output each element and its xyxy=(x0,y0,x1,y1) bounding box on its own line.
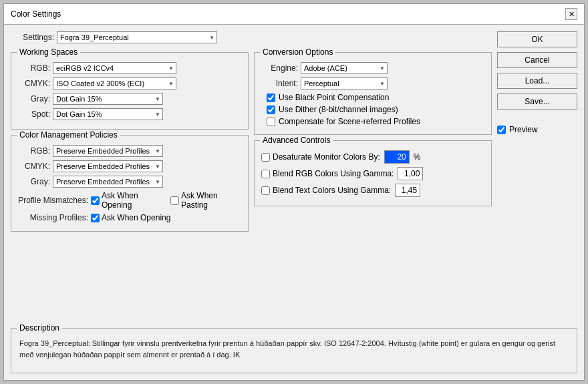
desaturate-checkbox[interactable] xyxy=(261,153,270,162)
conversion-options-group: Conversion Options Engine: Adobe (ACE) xyxy=(254,52,492,135)
engine-select[interactable]: Adobe (ACE) xyxy=(301,62,388,74)
gray-ws-select[interactable]: Dot Gain 15% xyxy=(53,93,163,105)
description-text: Fogra 39_Perceptual: Stillingar fyrir vi… xyxy=(19,335,569,360)
blend-text-label-text: Blend Text Colors Using Gamma: xyxy=(273,186,391,195)
rgb-cm-select-wrap: Preserve Embedded Profiles xyxy=(53,145,163,157)
spot-ws-label: Spot: xyxy=(18,110,50,119)
desaturate-row: Desaturate Monitor Colors By: % xyxy=(261,150,484,164)
desaturate-label[interactable]: Desaturate Monitor Colors By: xyxy=(261,152,380,162)
use-dither-text: Use Dither (8-bit/channel images) xyxy=(279,105,398,114)
missing-profiles-row: Missing Profiles: Ask When Opening xyxy=(18,213,241,222)
content-area: Working Spaces RGB: eciRGB v2 ICCv4 xyxy=(11,52,492,321)
rgb-ws-select[interactable]: eciRGB v2 ICCv4 xyxy=(53,62,176,74)
spacer xyxy=(497,114,577,120)
right-panel: OK Cancel Load... Save... Preview xyxy=(497,31,577,321)
desaturate-unit: % xyxy=(414,152,421,162)
blend-text-label[interactable]: Blend Text Colors Using Gamma: xyxy=(261,186,391,195)
desaturate-input[interactable] xyxy=(384,150,410,164)
ask-when-opening-2-label[interactable]: Ask When Opening xyxy=(91,213,170,222)
cmyk-cm-label: CMYK: xyxy=(18,162,50,171)
conversion-checkboxes: Use Black Point Compensation Use Dither … xyxy=(267,93,484,126)
ask-when-pasting-checkbox[interactable] xyxy=(170,196,179,205)
main-left: Working Spaces RGB: eciRGB v2 ICCv4 xyxy=(11,52,249,321)
dialog-body: Settings: Fogra 39_Perceptual Working Sp… xyxy=(4,25,584,328)
color-management-inner: RGB: Preserve Embedded Profiles CMYK: xyxy=(18,142,241,222)
ask-when-opening-2-checkbox[interactable] xyxy=(91,214,100,222)
engine-select-wrap: Adobe (ACE) xyxy=(301,62,388,74)
use-dither-label[interactable]: Use Dither (8-bit/channel images) xyxy=(267,105,484,114)
cmyk-cm-select-wrap: Preserve Embedded Profiles xyxy=(53,160,163,172)
cmyk-cm-row: CMYK: Preserve Embedded Profiles xyxy=(18,160,241,172)
missing-profiles-label: Missing Profiles: xyxy=(18,213,88,222)
preview-checkbox[interactable] xyxy=(497,126,506,134)
spot-ws-row: Spot: Dot Gain 15% xyxy=(18,108,241,120)
cmyk-ws-label: CMYK: xyxy=(18,79,50,88)
profile-mismatches-label: Profile Mismatches: xyxy=(18,196,88,205)
blend-text-checkbox[interactable] xyxy=(261,186,270,195)
blend-text-input[interactable] xyxy=(395,184,420,197)
color-management-group: Color Management Policies RGB: Preserve … xyxy=(11,135,249,232)
black-point-label[interactable]: Use Black Point Compensation xyxy=(267,93,484,102)
settings-select[interactable]: Fogra 39_Perceptual xyxy=(57,31,217,43)
gray-cm-row: Gray: Preserve Embedded Profiles xyxy=(18,176,241,188)
preview-label[interactable]: Preview xyxy=(497,125,577,134)
settings-select-wrap: Fogra 39_Perceptual xyxy=(57,31,217,43)
rgb-cm-select[interactable]: Preserve Embedded Profiles xyxy=(53,145,163,157)
blend-text-row: Blend Text Colors Using Gamma: xyxy=(261,184,484,197)
advanced-controls-legend: Advanced Controls xyxy=(260,136,333,145)
black-point-text: Use Black Point Compensation xyxy=(279,93,389,102)
color-settings-dialog: Color Settings ✕ Settings: Fogra 39_Perc… xyxy=(3,3,585,381)
preview-text: Preview xyxy=(509,125,538,134)
ask-when-pasting-text: Ask When Pasting xyxy=(181,191,241,210)
description-group: Description Fogra 39_Perceptual: Stillin… xyxy=(11,328,577,373)
gray-cm-label: Gray: xyxy=(18,177,50,186)
ask-when-opening-1-label[interactable]: Ask When Opening xyxy=(91,191,165,210)
blend-rgb-checkbox[interactable] xyxy=(261,170,270,178)
advanced-controls-inner: Desaturate Monitor Colors By: % Blend RG… xyxy=(261,148,484,197)
cmyk-ws-select[interactable]: ISO Coated v2 300% (ECI) xyxy=(53,77,176,89)
profile-mismatches-row: Profile Mismatches: Ask When Opening Ask… xyxy=(18,191,241,210)
cmyk-cm-select[interactable]: Preserve Embedded Profiles xyxy=(53,160,163,172)
intent-select-wrap: Perceptual xyxy=(301,77,388,89)
cmyk-ws-row: CMYK: ISO Coated v2 300% (ECI) xyxy=(18,77,241,89)
compensate-scene-checkbox[interactable] xyxy=(267,118,275,126)
blend-rgb-label[interactable]: Blend RGB Colors Using Gamma: xyxy=(261,169,394,178)
cmyk-ws-select-wrap: ISO Coated v2 300% (ECI) xyxy=(53,77,176,89)
cancel-button[interactable]: Cancel xyxy=(497,52,577,68)
compensate-scene-label[interactable]: Compensate for Scene-referred Profiles xyxy=(267,117,484,126)
intent-label: Intent: xyxy=(261,79,298,88)
ask-when-opening-2-text: Ask When Opening xyxy=(102,213,170,222)
gray-cm-select-wrap: Preserve Embedded Profiles xyxy=(53,176,163,188)
gray-ws-label: Gray: xyxy=(18,94,50,104)
desaturate-label-text: Desaturate Monitor Colors By: xyxy=(273,152,380,162)
rgb-ws-select-wrap: eciRGB v2 ICCv4 xyxy=(53,62,176,74)
description-legend: Description xyxy=(17,323,62,333)
ask-when-pasting-label[interactable]: Ask When Pasting xyxy=(170,191,241,210)
blend-rgb-input[interactable] xyxy=(398,167,423,180)
color-management-legend: Color Management Policies xyxy=(17,130,120,140)
working-spaces-group: Working Spaces RGB: eciRGB v2 ICCv4 xyxy=(11,52,249,130)
dialog-title: Color Settings xyxy=(11,9,61,19)
load-button[interactable]: Load... xyxy=(497,73,577,89)
settings-row: Settings: Fogra 39_Perceptual xyxy=(11,31,492,43)
gray-cm-select[interactable]: Preserve Embedded Profiles xyxy=(53,176,163,188)
blend-rgb-row: Blend RGB Colors Using Gamma: xyxy=(261,167,484,180)
conversion-options-inner: Engine: Adobe (ACE) Intent: xyxy=(261,59,484,126)
rgb-cm-row: RGB: Preserve Embedded Profiles xyxy=(18,145,241,157)
black-point-checkbox[interactable] xyxy=(267,93,275,102)
spot-ws-select[interactable]: Dot Gain 15% xyxy=(53,108,163,120)
ok-button[interactable]: OK xyxy=(497,31,577,47)
save-button[interactable]: Save... xyxy=(497,93,577,110)
advanced-controls-group: Advanced Controls Desaturate Monitor Col… xyxy=(254,140,492,206)
use-dither-checkbox[interactable] xyxy=(267,106,275,114)
main-right: Conversion Options Engine: Adobe (ACE) xyxy=(254,52,492,321)
missing-profiles-options: Ask When Opening xyxy=(91,213,170,222)
intent-select[interactable]: Perceptual xyxy=(301,77,388,89)
ask-when-opening-1-checkbox[interactable] xyxy=(91,196,100,205)
left-panel: Settings: Fogra 39_Perceptual Working Sp… xyxy=(11,31,492,321)
profile-mismatches-options: Ask When Opening Ask When Pasting xyxy=(91,191,241,210)
close-button[interactable]: ✕ xyxy=(565,8,577,20)
conversion-options-legend: Conversion Options xyxy=(260,47,335,57)
working-spaces-inner: RGB: eciRGB v2 ICCv4 CMYK: xyxy=(18,59,241,120)
intent-row: Intent: Perceptual xyxy=(261,77,484,89)
